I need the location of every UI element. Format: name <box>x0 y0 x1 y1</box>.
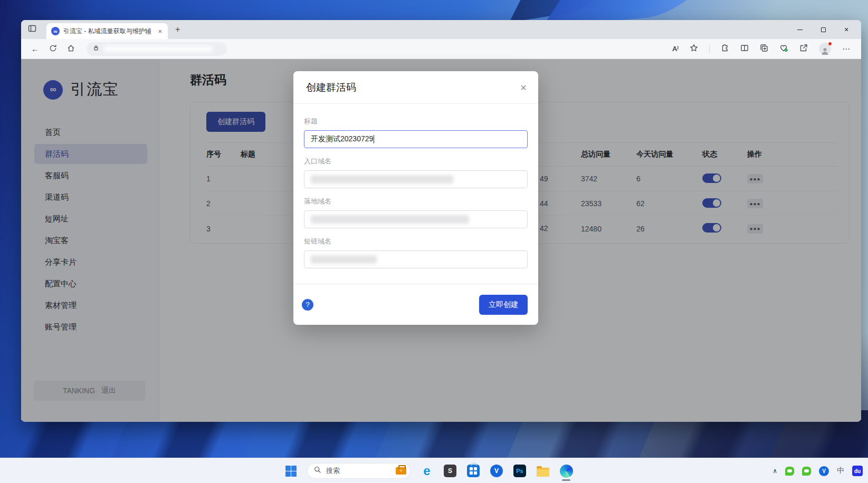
browser-tab[interactable]: ∞ 引流宝 - 私域流量获取与维护辅 × <box>46 23 168 39</box>
tab-actions-icon[interactable] <box>28 24 36 35</box>
search-icon <box>314 466 321 476</box>
taskbar-v-app[interactable]: V <box>490 464 503 478</box>
close-button[interactable]: × <box>835 20 858 39</box>
split-screen-icon[interactable] <box>740 44 749 54</box>
address-bar[interactable] <box>87 42 227 56</box>
taskbar-center: 搜索 e S V Ps <box>284 458 573 483</box>
taskbar-edge-legacy[interactable]: e <box>420 464 434 478</box>
wechat-tray-icon[interactable] <box>802 467 811 476</box>
input-method-icon[interactable]: 中 <box>837 466 844 476</box>
browser-window: ∞ 引流宝 - 私域流量获取与维护辅 × + × ← A) <box>21 20 861 422</box>
taskbar-file-explorer[interactable] <box>536 464 550 478</box>
extensions-icon[interactable] <box>721 44 729 54</box>
field-label: 标题 <box>304 117 528 126</box>
microsoft-store-icon <box>467 465 480 477</box>
create-group-code-modal: 创建群活码 × 标题 开发测试20230729 入口域名 落地域名 <box>293 71 538 325</box>
baidu-netdisk-icon[interactable]: du <box>852 466 863 476</box>
modal-body: 标题 开发测试20230729 入口域名 落地域名 短链域名 <box>293 104 538 277</box>
modal-footer: ? 立即创建 <box>293 284 538 325</box>
field-entry-domain: 入口域名 <box>304 157 528 188</box>
text-caret <box>374 135 374 143</box>
modal-title: 创建群活码 <box>306 81 356 94</box>
windows-logo-icon <box>285 466 297 477</box>
home-icon[interactable] <box>67 44 75 53</box>
search-label: 搜索 <box>326 466 391 476</box>
tray-chevron-up-icon[interactable]: ∧ <box>772 467 777 475</box>
v-app-tray-icon[interactable]: V <box>819 466 829 476</box>
modal-header: 创建群活码 × <box>293 71 538 104</box>
taskbar-microsoft-store[interactable] <box>466 464 480 478</box>
field-label: 入口域名 <box>304 157 528 166</box>
browser-titlebar: ∞ 引流宝 - 私域流量获取与维护辅 × + × <box>21 20 861 39</box>
new-tab-button[interactable]: + <box>175 25 180 34</box>
edge-icon <box>560 465 573 478</box>
field-short-link-domain: 短链域名 <box>304 237 528 268</box>
windows-taskbar: 搜索 e S V Ps ∧ V 中 du <box>0 458 868 483</box>
landing-domain-input[interactable] <box>304 210 528 228</box>
short-link-domain-input[interactable] <box>304 250 528 268</box>
share-icon[interactable] <box>799 44 808 54</box>
help-button[interactable]: ? <box>302 299 313 311</box>
window-controls: × <box>788 20 858 39</box>
taskbar-edge[interactable] <box>559 464 573 478</box>
taskbar-photoshop[interactable]: Ps <box>513 464 527 478</box>
profile-avatar[interactable] <box>819 43 831 55</box>
browser-essentials-icon[interactable] <box>779 44 788 54</box>
profile-notification-dot <box>828 42 832 46</box>
site-favicon: ∞ <box>51 27 60 35</box>
modal-close-icon[interactable]: × <box>520 82 527 93</box>
minimize-button[interactable] <box>788 20 812 39</box>
minimize-icon <box>797 30 803 30</box>
photoshop-icon: Ps <box>513 465 526 477</box>
tab-title: 引流宝 - 私域流量获取与维护辅 <box>63 27 153 36</box>
file-explorer-icon <box>537 468 549 477</box>
redacted-value <box>311 175 453 183</box>
edge-legacy-icon: e <box>423 465 430 477</box>
search-highlight-briefcase-icon[interactable] <box>396 467 406 475</box>
settings-more-icon[interactable]: ⋯ <box>842 44 851 54</box>
close-icon: × <box>844 26 848 33</box>
taskbar-s-app[interactable]: S <box>443 464 457 478</box>
tab-close-icon[interactable]: × <box>157 27 163 35</box>
s-app-icon: S <box>444 465 456 477</box>
read-aloud-icon[interactable]: A) <box>672 45 679 53</box>
system-tray: ∧ V 中 du <box>772 458 863 483</box>
toolbar-actions: A) ⋯ <box>672 43 861 55</box>
title-input[interactable]: 开发测试20230729 <box>304 130 528 148</box>
wechat-tray-icon[interactable] <box>785 467 794 476</box>
start-button[interactable] <box>284 464 298 478</box>
toolbar-divider <box>709 45 710 53</box>
v-app-icon: V <box>490 465 503 477</box>
field-label: 落地域名 <box>304 197 528 206</box>
redacted-value <box>311 255 377 264</box>
submit-create-button[interactable]: 立即创建 <box>479 295 528 315</box>
field-landing-domain: 落地域名 <box>304 197 528 228</box>
field-title: 标题 开发测试20230729 <box>304 117 528 148</box>
redacted-url <box>104 45 212 52</box>
taskbar-search[interactable]: 搜索 <box>307 463 411 479</box>
browser-toolbar: ← A) <box>21 39 861 59</box>
field-label: 短链域名 <box>304 237 528 246</box>
redacted-value <box>311 215 469 224</box>
favorites-star-icon[interactable] <box>690 44 698 54</box>
collections-icon[interactable] <box>760 44 768 54</box>
refresh-icon[interactable] <box>49 44 57 53</box>
entry-domain-input[interactable] <box>304 170 528 188</box>
maximize-icon <box>821 27 826 32</box>
maximize-button[interactable] <box>812 20 835 39</box>
title-input-value: 开发测试20230729 <box>311 134 373 144</box>
back-icon[interactable]: ← <box>31 45 39 53</box>
lock-icon <box>92 44 100 54</box>
